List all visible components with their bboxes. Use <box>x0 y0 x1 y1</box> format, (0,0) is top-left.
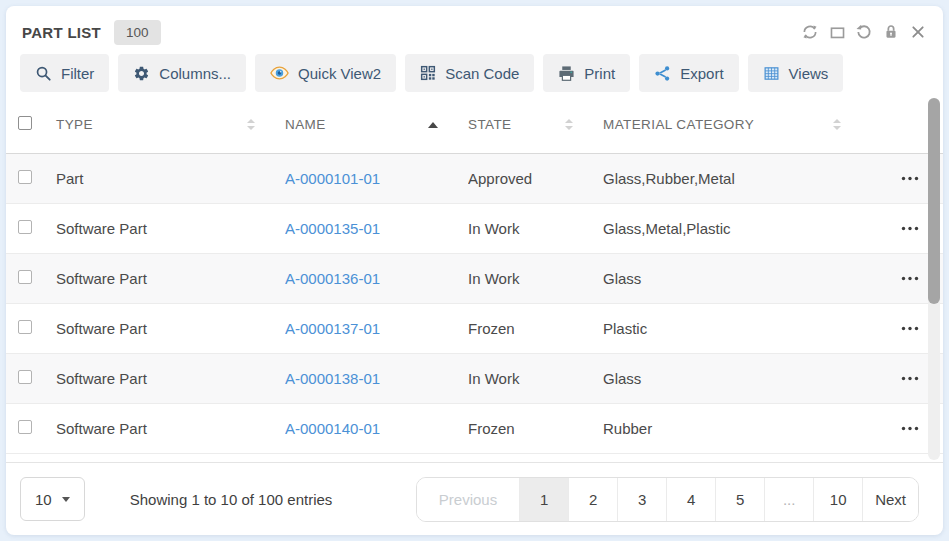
pagination-button[interactable]: ... <box>764 478 813 521</box>
qr-code-icon <box>420 65 436 81</box>
table-row: Software Part A-0000137-01 Frozen Plasti… <box>6 304 943 354</box>
sort-icon[interactable] <box>565 119 573 130</box>
row-checkbox[interactable] <box>18 420 32 434</box>
window-controls <box>801 23 927 41</box>
row-actions-button[interactable] <box>899 172 921 185</box>
part-list-panel: PART LIST 100 Filter <box>6 6 943 535</box>
part-name-link[interactable]: A-0000138-01 <box>285 370 380 387</box>
ellipsis-icon <box>901 376 919 381</box>
sort-ascending-icon[interactable] <box>428 122 438 128</box>
row-actions-button[interactable] <box>899 222 921 235</box>
cell-material-category: Glass,Metal,Plastic <box>603 220 871 237</box>
quick-view-button[interactable]: Quick View2 <box>255 54 396 92</box>
eye-icon <box>270 65 289 81</box>
sort-icon[interactable] <box>247 119 255 130</box>
refresh-icon[interactable] <box>801 23 819 41</box>
columns-button[interactable]: Columns... <box>118 54 246 92</box>
pagination-button[interactable]: 5 <box>715 478 764 521</box>
column-header-name[interactable]: NAME <box>285 117 468 132</box>
share-icon <box>654 65 671 82</box>
search-icon <box>35 65 52 82</box>
table-row: Software Part A-0000140-01 Frozen Rubber <box>6 404 943 454</box>
table-header-row: TYPE NAME STATE MATERIAL CATEGORY <box>6 96 943 154</box>
pagination-button[interactable]: 1 <box>519 478 568 521</box>
row-checkbox[interactable] <box>18 170 32 184</box>
table-footer: 10 Showing 1 to 10 of 100 entries Previo… <box>6 462 943 535</box>
pagination-button[interactable]: 10 <box>813 478 862 521</box>
part-name-link[interactable]: A-0000137-01 <box>285 320 380 337</box>
cell-type: Part <box>56 170 285 187</box>
table: TYPE NAME STATE MATERIAL CATEGORY Part A… <box>6 96 943 462</box>
column-label-state: STATE <box>468 117 512 132</box>
scan-code-label: Scan Code <box>445 65 519 82</box>
title-bar: PART LIST 100 <box>6 6 943 52</box>
lock-icon[interactable] <box>882 23 900 41</box>
page-size-dropdown[interactable]: 10 <box>20 477 85 521</box>
cell-material-category: Plastic <box>603 320 871 337</box>
table-grid-icon <box>763 65 780 82</box>
cell-state: In Work <box>468 220 603 237</box>
cell-material-category: Rubber <box>603 420 871 437</box>
table-row: Software Part A-0000136-01 In Work Glass <box>6 254 943 304</box>
sort-icon[interactable] <box>833 119 841 130</box>
part-name-link[interactable]: A-0000101-01 <box>285 170 380 187</box>
filter-label: Filter <box>61 65 94 82</box>
column-header-state[interactable]: STATE <box>468 117 603 132</box>
part-name-link[interactable]: A-0000135-01 <box>285 220 380 237</box>
row-actions-button[interactable] <box>899 272 921 285</box>
ellipsis-icon <box>901 326 919 331</box>
columns-label: Columns... <box>159 65 231 82</box>
views-label: Views <box>789 65 829 82</box>
column-header-material-category[interactable]: MATERIAL CATEGORY <box>603 117 871 132</box>
pagination-button[interactable]: 2 <box>568 478 617 521</box>
vertical-scrollbar[interactable] <box>928 98 940 460</box>
views-button[interactable]: Views <box>748 54 844 92</box>
column-header-type[interactable]: TYPE <box>56 117 285 132</box>
row-actions-button[interactable] <box>899 372 921 385</box>
select-all-checkbox[interactable] <box>18 116 32 130</box>
scrollbar-thumb[interactable] <box>928 98 940 304</box>
ellipsis-icon <box>901 276 919 281</box>
filter-button[interactable]: Filter <box>20 54 109 92</box>
maximize-icon[interactable] <box>828 23 846 41</box>
scan-code-button[interactable]: Scan Code <box>405 54 534 92</box>
pagination-button[interactable]: Next <box>862 478 918 521</box>
close-icon[interactable] <box>909 23 927 41</box>
cell-type: Software Part <box>56 270 285 287</box>
cell-state: Frozen <box>468 320 603 337</box>
part-name-link[interactable]: A-0000136-01 <box>285 270 380 287</box>
page-size-value: 10 <box>35 491 52 508</box>
printer-icon <box>558 65 575 82</box>
cell-state: Frozen <box>468 420 603 437</box>
row-actions-button[interactable] <box>899 322 921 335</box>
pagination-button[interactable]: Previous <box>417 478 519 521</box>
pagination-button[interactable]: 4 <box>666 478 715 521</box>
row-checkbox[interactable] <box>18 220 32 234</box>
pagination: Previous12345...10Next <box>416 477 919 522</box>
gear-icon <box>133 65 150 82</box>
cell-state: Approved <box>468 170 603 187</box>
table-row: Software Part A-0000135-01 In Work Glass… <box>6 204 943 254</box>
pagination-button[interactable]: 3 <box>617 478 666 521</box>
cell-type: Software Part <box>56 320 285 337</box>
showing-entries-text: Showing 1 to 10 of 100 entries <box>130 491 333 508</box>
export-label: Export <box>680 65 723 82</box>
row-checkbox[interactable] <box>18 270 32 284</box>
undo-icon[interactable] <box>855 23 873 41</box>
export-button[interactable]: Export <box>639 54 738 92</box>
cell-state: In Work <box>468 370 603 387</box>
cell-material-category: Glass <box>603 270 871 287</box>
print-button[interactable]: Print <box>543 54 630 92</box>
cell-state: In Work <box>468 270 603 287</box>
row-checkbox[interactable] <box>18 320 32 334</box>
column-label-type: TYPE <box>56 117 93 132</box>
cell-material-category: Glass,Rubber,Metal <box>603 170 871 187</box>
part-name-link[interactable]: A-0000140-01 <box>285 420 380 437</box>
row-checkbox[interactable] <box>18 370 32 384</box>
cell-material-category: Glass <box>603 370 871 387</box>
cell-type: Software Part <box>56 220 285 237</box>
row-actions-button[interactable] <box>899 422 921 435</box>
table-row: Software Part A-0000138-01 In Work Glass <box>6 354 943 404</box>
table-filler <box>6 454 943 462</box>
table-row: Part A-0000101-01 Approved Glass,Rubber,… <box>6 154 943 204</box>
